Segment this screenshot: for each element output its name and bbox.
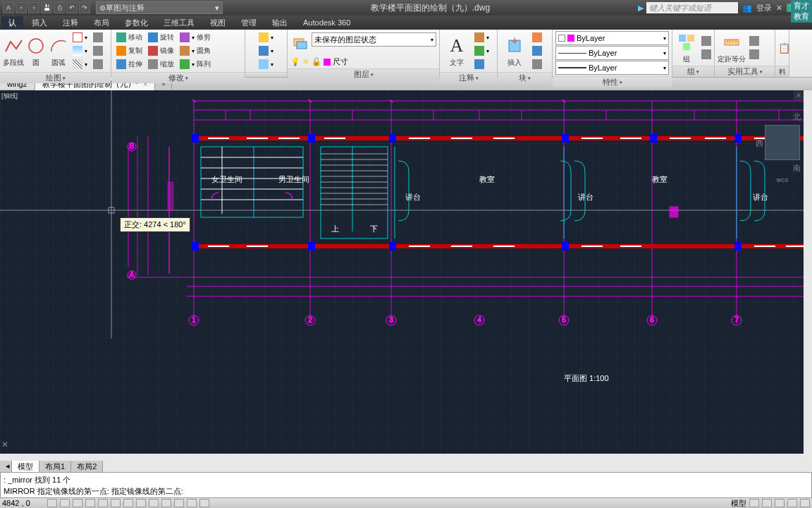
array-button[interactable]: ▾阵列 bbox=[178, 58, 213, 71]
lineweight-dropdown[interactable]: ByLayer▾ bbox=[555, 61, 669, 75]
status-icon-4[interactable] bbox=[787, 499, 797, 507]
select-icon[interactable] bbox=[747, 35, 761, 47]
panel-annot-title[interactable]: 注释▾ bbox=[440, 72, 497, 83]
insert-button[interactable]: 插入 bbox=[500, 35, 529, 68]
model-space-label[interactable]: 模型 bbox=[731, 498, 746, 509]
otrack-toggle-icon[interactable] bbox=[111, 499, 121, 507]
tab-insert[interactable]: 插入 bbox=[25, 16, 54, 30]
layout-nav-icon[interactable]: ◂ bbox=[0, 461, 12, 472]
point-icon[interactable] bbox=[91, 44, 105, 57]
snap-toggle-icon[interactable] bbox=[47, 499, 57, 507]
drawing-canvas[interactable]: [轴线] × bbox=[0, 90, 804, 454]
tab-annotate[interactable]: 注释 bbox=[56, 16, 85, 30]
polyline-button[interactable]: 多段线 bbox=[3, 35, 24, 68]
calc-icon[interactable] bbox=[747, 48, 761, 61]
polar-toggle-icon[interactable] bbox=[85, 499, 95, 507]
grid-toggle-icon[interactable] bbox=[60, 499, 70, 507]
exchange-icon[interactable]: ✕ bbox=[776, 4, 782, 13]
table-icon[interactable] bbox=[472, 58, 491, 71]
save-icon[interactable]: 💾 bbox=[41, 2, 52, 13]
status-icon-1[interactable] bbox=[749, 499, 759, 507]
region-icon[interactable] bbox=[91, 58, 105, 71]
scale-button[interactable]: 缩放 bbox=[146, 58, 176, 71]
layer-freeze-icon[interactable]: ▾ bbox=[257, 58, 276, 71]
hatch-icon[interactable]: ▾ bbox=[70, 58, 90, 71]
stretch-button[interactable]: 拉伸 bbox=[114, 58, 144, 71]
sc-toggle-icon[interactable] bbox=[161, 499, 171, 507]
redo-icon[interactable]: ↷ bbox=[79, 2, 90, 13]
trim-button[interactable]: ▾修剪 bbox=[178, 31, 213, 44]
tab-default[interactable]: 认 bbox=[1, 16, 23, 30]
open-icon[interactable]: ▫ bbox=[28, 2, 39, 13]
text-button[interactable]: A文字 bbox=[443, 35, 471, 68]
panel-modify-title[interactable]: 修改▾ bbox=[111, 72, 245, 83]
edit-block-icon[interactable] bbox=[530, 44, 544, 57]
infocenter-icon[interactable]: 👥 bbox=[742, 4, 752, 13]
layout2-tab[interactable]: 布局2 bbox=[71, 461, 103, 472]
undo-icon[interactable]: ↶ bbox=[66, 2, 78, 13]
ortho-toggle-icon[interactable] bbox=[73, 499, 82, 507]
group-edit-icon[interactable] bbox=[699, 48, 713, 61]
tpy-toggle-icon[interactable] bbox=[174, 499, 184, 507]
ann-toggle-icon[interactable] bbox=[187, 499, 197, 507]
layer-state-dropdown[interactable]: 未保存的图层状态▾ bbox=[312, 32, 436, 47]
measure-button[interactable]: 定距等分 bbox=[718, 31, 746, 64]
tab-view[interactable]: 视图 bbox=[203, 16, 233, 30]
workspace-dropdown[interactable]: ⚙ 草图与注释 ▾ bbox=[96, 1, 223, 14]
tab-a360[interactable]: Autodesk 360 bbox=[296, 17, 357, 28]
tab-output[interactable]: 输出 bbox=[265, 16, 295, 30]
ws-toggle-icon[interactable] bbox=[199, 499, 209, 507]
dyn-toggle-icon[interactable] bbox=[123, 499, 133, 507]
rect-icon[interactable]: ▾ bbox=[70, 31, 90, 44]
arc-button[interactable]: 圆弧 bbox=[48, 35, 69, 68]
layer-props-button[interactable] bbox=[290, 32, 310, 55]
fillet-button[interactable]: ▾圆角 bbox=[178, 44, 213, 57]
circle-button[interactable]: 圆 bbox=[25, 35, 47, 68]
play-icon[interactable]: ▶ bbox=[638, 4, 644, 13]
layer-off-icon[interactable]: ▾ bbox=[257, 44, 276, 57]
leader-icon[interactable]: ▾ bbox=[472, 44, 491, 57]
view-cube[interactable]: 北 西 南 WCS bbox=[761, 111, 804, 175]
panel-props-title[interactable]: 特性▾ bbox=[553, 76, 672, 87]
model-tab[interactable]: 模型 bbox=[12, 461, 39, 472]
mirror-button[interactable]: 镜像 bbox=[146, 44, 176, 57]
tab-manage[interactable]: 管理 bbox=[234, 16, 264, 30]
status-icon-2[interactable] bbox=[762, 499, 772, 507]
canvas-close-x[interactable]: ✕ bbox=[1, 440, 8, 449]
rotate-button[interactable]: 旋转 bbox=[146, 31, 176, 44]
copy-button[interactable]: 复制 bbox=[114, 44, 144, 57]
command-line[interactable]: : _mirror 找到 11 个 MIRROR 指定镜像线的第一点: 指定镜像… bbox=[0, 472, 812, 498]
layout1-tab[interactable]: 布局1 bbox=[39, 461, 71, 472]
move-button[interactable]: 移动 bbox=[114, 31, 144, 44]
panel-draw-title[interactable]: 绘图▾ bbox=[0, 72, 111, 83]
search-input[interactable]: 键入关键字或短语 bbox=[646, 2, 738, 13]
color-dropdown[interactable]: ByLayer▾ bbox=[555, 31, 669, 45]
linetype-dropdown[interactable]: ByLayer▾ bbox=[555, 46, 669, 60]
lock-icon[interactable]: 🔓 bbox=[312, 57, 321, 66]
osnap-toggle-icon[interactable] bbox=[98, 499, 108, 507]
status-icon-5[interactable] bbox=[800, 499, 810, 507]
ungroup-icon[interactable] bbox=[699, 35, 713, 47]
print-icon[interactable]: ⎙ bbox=[54, 2, 65, 13]
clipboard-icon[interactable]: 📋 bbox=[778, 42, 790, 54]
panel-group-title[interactable]: 组▾ bbox=[672, 66, 714, 77]
bulb-icon[interactable]: 💡 bbox=[290, 57, 300, 66]
canvas-close-icon[interactable]: × bbox=[794, 90, 804, 100]
group-button[interactable]: 组 bbox=[675, 31, 698, 64]
qp-toggle-icon[interactable] bbox=[149, 499, 159, 507]
create-block-icon[interactable] bbox=[530, 31, 544, 44]
ellipse-icon[interactable] bbox=[91, 31, 105, 44]
sun-icon[interactable]: ☀ bbox=[302, 57, 309, 66]
tab-3dtools[interactable]: 三维工具 bbox=[156, 16, 202, 30]
tab-parametric[interactable]: 参数化 bbox=[118, 16, 155, 30]
login-button[interactable]: 登录 bbox=[756, 3, 772, 13]
layer-iso-icon[interactable]: ▾ bbox=[257, 31, 276, 44]
app-menu-icon[interactable]: A bbox=[3, 2, 14, 13]
panel-layer-title[interactable]: 图层▾ bbox=[288, 68, 439, 80]
spline-icon[interactable]: ▾ bbox=[70, 44, 90, 57]
lwt-toggle-icon[interactable] bbox=[136, 499, 146, 507]
panel-util-title[interactable]: 实用工具▾ bbox=[715, 66, 775, 77]
dim-linear-icon[interactable]: ▾ bbox=[472, 31, 491, 44]
new-icon[interactable]: ▫ bbox=[16, 2, 27, 13]
status-icon-3[interactable] bbox=[775, 499, 785, 507]
